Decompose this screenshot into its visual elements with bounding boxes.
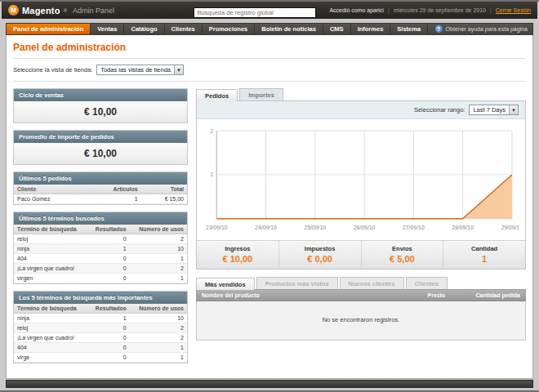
svg-text:25/09/10: 25/09/10 [304, 225, 326, 230]
magento-logo-icon: M [8, 5, 19, 16]
average-orders-box: Promedio de importe de pedidos € 10,00 [13, 130, 188, 165]
table-cell: 0 [87, 323, 129, 333]
range-select[interactable]: Last 7 Days ▼ [469, 105, 519, 115]
average-orders-title: Promedio de importe de pedidos [14, 131, 187, 143]
svg-text:23/09/10: 23/09/10 [206, 225, 228, 230]
store-view-label: Seleccione la vista de tienda: [13, 66, 92, 74]
page-title: Panel de administración [13, 42, 526, 59]
table-cell: 0 [87, 264, 129, 274]
store-view-select[interactable]: Todas las vistas de tienda ▼ [96, 65, 184, 75]
last-orders-table: Cliente Artículos Total Paco Gomez1€ 15,… [14, 185, 187, 204]
stats-row: Ingresos € 10,00 Impuestos € 0,00 Envíos… [197, 240, 525, 269]
chevron-down-icon: ▼ [509, 105, 518, 114]
table-cell: 2 [130, 234, 187, 244]
page-help-link[interactable]: ? Obtener ayuda para esta página [435, 24, 532, 34]
global-search [194, 3, 316, 18]
content-area: Panel de administración Seleccione la vi… [6, 35, 533, 379]
tab-clientes[interactable]: Clientes [406, 277, 448, 289]
stat-cantidad: Cantidad 1 [443, 241, 525, 269]
table-cell: 2 [130, 323, 187, 333]
stat-impuestos: Impuestos € 0,00 [279, 241, 362, 269]
average-orders-value: € 10,00 [14, 143, 187, 164]
col-usos: Número de usos [130, 225, 187, 234]
svg-text:29/09/10: 29/09/10 [501, 225, 519, 230]
nav-item-sistema[interactable]: Sistema [390, 24, 428, 34]
nav-item-promociones[interactable]: Promociones [203, 24, 256, 34]
nav-item-informes[interactable]: Informes [351, 24, 391, 34]
table-cell: 1 [130, 274, 187, 283]
range-selector-row: Seleccionar rango: Last 7 Days ▼ [197, 101, 525, 119]
stat-value: € 5,00 [363, 254, 442, 264]
nav-item-boletin[interactable]: Boletín de noticias [255, 24, 323, 34]
global-search-input[interactable] [194, 7, 316, 18]
col-resultados: Resultados [87, 304, 129, 314]
col-total: Total [141, 185, 187, 194]
tab-pedidos[interactable]: Pedidos [196, 89, 238, 101]
magento-logo[interactable]: M Magento ® Admin Panel [8, 5, 114, 16]
table-cell: 1 [87, 244, 129, 254]
help-globe-icon: ? [435, 25, 443, 33]
table-cell: 404 [14, 343, 87, 353]
col-cliente: Cliente [14, 185, 85, 194]
nav-item-catalogo[interactable]: Catálogo [124, 24, 164, 34]
table-row: virgen01 [14, 274, 187, 283]
table-row: reloj02 [14, 234, 187, 244]
lifetime-sales-title: Ciclo de ventas [14, 89, 187, 101]
tab-importes[interactable]: Importes [239, 88, 283, 100]
table-cell: 1 [85, 194, 141, 204]
svg-text:26/09/10: 26/09/10 [354, 225, 376, 230]
table-cell: 0 [87, 274, 129, 283]
col-termino: Término de búsqueda [14, 304, 87, 314]
stat-value: 1 [445, 254, 523, 264]
header-user-area: Accedió como aparici | miércoles 29 de s… [329, 7, 531, 13]
table-row: reloj02 [14, 323, 187, 333]
table-cell: ¡La virgen que cuadro! [14, 333, 87, 343]
range-label: Seleccionar rango: [414, 106, 466, 114]
products-table-header: Nombre del producto Precio Cantidad pedi… [196, 289, 526, 301]
lifetime-sales-box: Ciclo de ventas € 10,00 [13, 88, 188, 123]
table-cell: ¡La virgen que cuadro! [14, 264, 87, 274]
table-cell: 1 [130, 343, 187, 353]
col-usos: Número de usos [130, 304, 187, 314]
tab-productos-mas-vistos[interactable]: Productos más vistos [256, 277, 338, 289]
header-date-text: miércoles 29 de septiembre de 2010 [394, 7, 486, 13]
nav-item-clientes[interactable]: Clientes [165, 24, 203, 34]
products-tabs: Más vendidos Productos más vistos Nuevos… [196, 277, 526, 289]
tab-nuevos-clientes[interactable]: Nuevos clientes [340, 277, 404, 289]
nav-item-dashboard[interactable]: Panel de administración [7, 24, 91, 34]
svg-text:27/09/10: 27/09/10 [403, 225, 425, 230]
table-cell: 0 [87, 353, 129, 363]
nav-item-ventas[interactable]: Ventas [91, 24, 124, 34]
logged-in-as-text: Accedió como aparici [329, 7, 384, 13]
nav-item-cms[interactable]: CMS [323, 24, 351, 34]
col-resultados: Resultados [87, 225, 129, 234]
table-cell: 0 [87, 234, 129, 244]
table-cell: 2 [130, 333, 187, 343]
table-cell: 10 [130, 314, 187, 323]
header-bar: M Magento ® Admin Panel Accedió como apa… [2, 2, 537, 19]
table-row: Paco Gomez1€ 15,00 [14, 194, 187, 204]
table-cell: 10 [130, 244, 187, 254]
table-cell: reloj [14, 323, 87, 333]
stat-envios: Envíos € 5,00 [362, 241, 444, 269]
chart-tabs: Pedidos Importes [196, 88, 526, 100]
right-column: Pedidos Importes Seleccionar rango: Last… [196, 88, 526, 370]
table-cell: 2 [130, 264, 187, 274]
left-column: Ciclo de ventas € 10,00 Promedio de impo… [13, 88, 188, 370]
last-search-terms-title: Últimos 5 términos buscados [14, 212, 187, 225]
table-cell: ninja [14, 314, 87, 323]
top-search-terms-title: Los 5 términos de búsqueda más important… [14, 292, 187, 304]
table-row: ¡La virgen que cuadro!02 [14, 264, 187, 274]
logout-link[interactable]: Cerrar Sesión [496, 7, 531, 13]
table-cell: virgen [14, 274, 87, 283]
table-cell: 0 [87, 333, 129, 343]
lifetime-sales-value: € 10,00 [14, 101, 187, 122]
col-cantidad-pedida: Cantidad pedida [450, 290, 525, 301]
footer-bar [6, 380, 533, 388]
last-search-terms-table: Término de búsqueda Resultados Número de… [14, 225, 187, 283]
table-row: ¡La virgen que cuadro!02 [14, 333, 187, 343]
main-nav: Panel de administración Ventas Catálogo … [6, 23, 533, 35]
magento-admin-page: M Magento ® Admin Panel Accedió como apa… [0, 0, 539, 392]
tab-mas-vendidos[interactable]: Más vendidos [196, 278, 255, 290]
stat-label: Impuestos [281, 245, 359, 252]
